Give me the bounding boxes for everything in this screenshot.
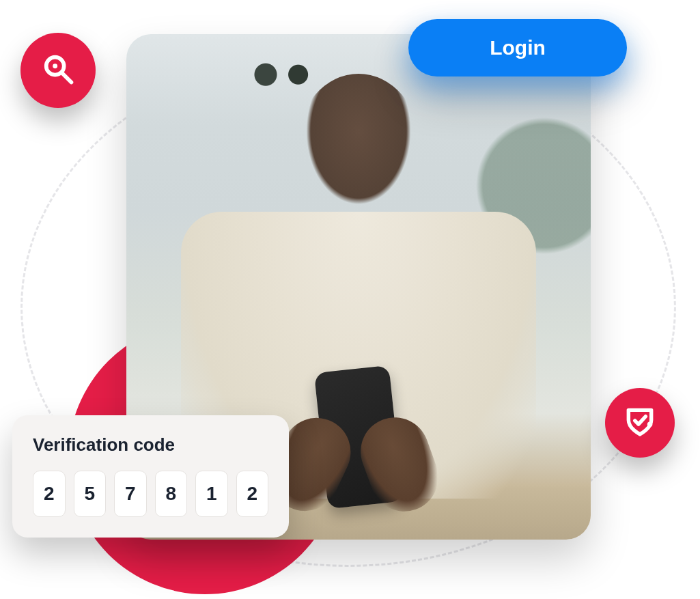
- code-digit[interactable]: 1: [195, 471, 228, 517]
- login-button-label: Login: [490, 36, 546, 59]
- svg-line-2: [61, 72, 71, 82]
- code-digit[interactable]: 5: [74, 471, 107, 517]
- search-badge: [20, 33, 96, 108]
- verification-code-card: Verification code 2 5 7 8 1 2: [12, 415, 289, 538]
- svg-point-3: [647, 421, 653, 427]
- code-digit[interactable]: 7: [114, 471, 147, 517]
- verification-code-title: Verification code: [33, 434, 268, 456]
- search-icon: [40, 51, 76, 89]
- code-digit[interactable]: 8: [155, 471, 188, 517]
- svg-point-1: [53, 64, 57, 68]
- code-digit[interactable]: 2: [33, 471, 66, 517]
- check-badge: [605, 388, 675, 458]
- code-digit[interactable]: 2: [236, 471, 269, 517]
- promo-canvas: Login Verification code 2 5 7 8 1: [0, 0, 700, 599]
- verification-code-digits: 2 5 7 8 1 2: [33, 471, 268, 517]
- check-shield-icon: [623, 404, 657, 441]
- login-button[interactable]: Login: [408, 19, 627, 76]
